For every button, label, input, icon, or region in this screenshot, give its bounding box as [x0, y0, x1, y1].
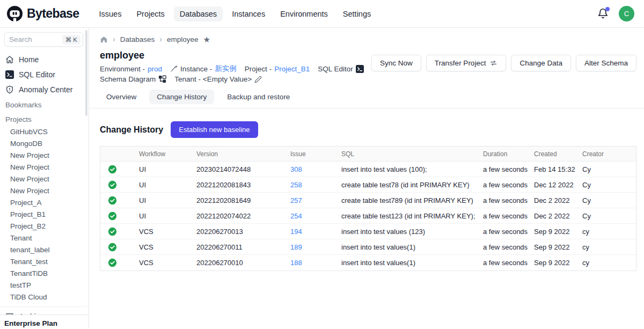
- column-sql: SQL: [341, 150, 483, 158]
- avatar[interactable]: C: [619, 6, 634, 21]
- meta-sql-editor[interactable]: SQL Editor: [318, 65, 364, 73]
- search-shortcut-badge: ⌘ K: [62, 35, 80, 45]
- instance-link[interactable]: 新实例: [215, 64, 237, 74]
- establish-baseline-button[interactable]: Establish new baseline: [171, 121, 258, 138]
- sidebar-project-item[interactable]: Tenant: [0, 232, 89, 244]
- nav-item[interactable]: Settings: [337, 6, 377, 21]
- sync-now-button[interactable]: Sync Now: [371, 55, 421, 71]
- sql-cell: insert into test values (100);: [341, 165, 483, 173]
- environment-link[interactable]: prod: [148, 65, 162, 73]
- home-icon: [5, 55, 14, 64]
- sidebar-project-item[interactable]: Project_B2: [0, 221, 89, 232]
- creator-cell: Cy: [582, 181, 636, 189]
- edit-pencil-icon[interactable]: [254, 76, 262, 83]
- issue-link[interactable]: 257: [290, 196, 341, 204]
- table-row[interactable]: VCS 202206270011 189 insert into test va…: [100, 239, 636, 255]
- sidebar-project-item[interactable]: Tenant_test: [0, 256, 89, 268]
- issue-link[interactable]: 254: [290, 212, 341, 220]
- success-check-icon: [108, 211, 117, 221]
- created-cell: Sep 9 2022: [534, 243, 582, 251]
- sidebar-scrollbar[interactable]: [85, 30, 87, 116]
- sidebar-project-item[interactable]: tenant_label: [0, 244, 89, 256]
- table-row[interactable]: UI 20221202074022 254 create table test1…: [100, 208, 636, 224]
- creator-cell: Cy: [582, 212, 636, 220]
- nav-right: C: [597, 6, 634, 21]
- breadcrumb-employee[interactable]: employee: [167, 35, 199, 43]
- duration-cell: a few seconds: [483, 228, 534, 236]
- creator-cell: Cy: [582, 196, 636, 204]
- issue-link[interactable]: 308: [290, 165, 341, 173]
- nav-item[interactable]: Projects: [130, 6, 170, 21]
- sidebar-project-item[interactable]: MongoDB: [0, 138, 89, 150]
- tab-change-history[interactable]: Change History: [149, 90, 214, 104]
- column-creator: Creator: [582, 150, 636, 158]
- projects-section-label: Projects: [0, 112, 89, 126]
- tab-backup-and-restore[interactable]: Backup and restore: [219, 90, 297, 104]
- alter-schema-button[interactable]: Alter Schema: [576, 55, 636, 71]
- issue-link[interactable]: 194: [290, 228, 341, 236]
- brand[interactable]: Bytebase: [6, 5, 79, 22]
- section-title: Change History: [100, 125, 163, 135]
- home-breadcrumb-icon[interactable]: [100, 35, 108, 43]
- sidebar-project-item[interactable]: testTP: [0, 280, 89, 291]
- workflow-cell: UI: [139, 165, 196, 173]
- sidebar-project-item[interactable]: New Project: [0, 173, 89, 185]
- status-cell: [100, 165, 139, 174]
- sidebar-project-item[interactable]: Project_B1: [0, 209, 89, 221]
- notification-bell-icon[interactable]: [597, 8, 609, 20]
- sidebar-project-item[interactable]: New Project: [0, 185, 89, 197]
- issue-link[interactable]: 188: [290, 259, 341, 267]
- status-cell: [100, 227, 139, 236]
- sidebar-project-item[interactable]: TenantTiDB: [0, 268, 89, 280]
- sidebar-item-anomaly-center[interactable]: Anomaly Center: [0, 82, 89, 97]
- sidebar-project-item[interactable]: GitHubVCS: [0, 126, 89, 138]
- transfer-project-button[interactable]: Transfer Project: [426, 55, 507, 71]
- nav-item[interactable]: Environments: [274, 6, 334, 21]
- sidebar-item-sql-editor[interactable]: SQL Editor: [0, 67, 89, 82]
- table-row[interactable]: UI 20221202081649 257 create table test7…: [100, 193, 636, 208]
- terminal-icon: [356, 65, 364, 73]
- shield-icon: [5, 85, 14, 94]
- bookmarks-section-label: Bookmarks: [0, 97, 89, 112]
- issue-link[interactable]: 258: [290, 181, 341, 189]
- created-cell: Dec 12 2022: [534, 181, 582, 189]
- version-cell: 202206270013: [196, 228, 290, 236]
- issue-link[interactable]: 189: [290, 243, 341, 251]
- version-cell: 20221202081649: [196, 196, 290, 204]
- schema-diagram-icon: [158, 75, 166, 83]
- table-row[interactable]: VCS 202206270013 194 insert into test va…: [100, 224, 636, 239]
- sidebar-project-item[interactable]: Project_A: [0, 197, 89, 209]
- version-cell: 20221202081843: [196, 181, 290, 189]
- breadcrumb-databases[interactable]: Databases: [120, 35, 155, 43]
- duration-cell: a few seconds: [483, 181, 534, 189]
- sidebar-project-item[interactable]: New Project: [0, 150, 89, 162]
- table-row[interactable]: UI 20221202081843 258 create table test7…: [100, 177, 636, 193]
- tab-overview[interactable]: Overview: [99, 90, 144, 104]
- nav-item[interactable]: Databases: [174, 6, 223, 21]
- table-row[interactable]: UI 20230214072448 308 insert into test v…: [100, 162, 636, 177]
- table-row[interactable]: VCS 202206270010 188 insert into test va…: [100, 255, 636, 270]
- created-cell: Dec 2 2022: [534, 196, 582, 204]
- creator-cell: cy: [582, 243, 636, 251]
- sidebar-project-item[interactable]: TiDB Cloud: [0, 291, 89, 303]
- sidebar-project-item[interactable]: New Project: [0, 162, 89, 173]
- workflow-cell: VCS: [139, 228, 196, 236]
- creator-cell: Cy: [582, 165, 636, 173]
- workflow-cell: UI: [139, 212, 196, 220]
- search-input[interactable]: Search ⌘ K: [4, 32, 83, 47]
- favorite-star-icon[interactable]: ★: [203, 35, 210, 43]
- duration-cell: a few seconds: [483, 165, 534, 173]
- creator-cell: cy: [582, 228, 636, 236]
- nav-item[interactable]: Issues: [93, 6, 127, 21]
- sidebar-item-home[interactable]: Home: [0, 52, 89, 67]
- nav-item[interactable]: Instances: [226, 6, 271, 21]
- duration-cell: a few seconds: [483, 212, 534, 220]
- project-link[interactable]: Project_B1: [274, 65, 310, 73]
- breadcrumb: › Databases › employee ★: [100, 32, 636, 46]
- column-created: Created: [534, 150, 582, 158]
- sql-cell: create table test123 (id int PRIMARY KEY…: [341, 212, 483, 220]
- version-cell: 202206270010: [196, 259, 290, 267]
- column-issue: Issue: [290, 150, 341, 158]
- change-data-button[interactable]: Change Data: [511, 55, 571, 71]
- meta-schema-diagram[interactable]: Schema Diagram: [100, 75, 166, 83]
